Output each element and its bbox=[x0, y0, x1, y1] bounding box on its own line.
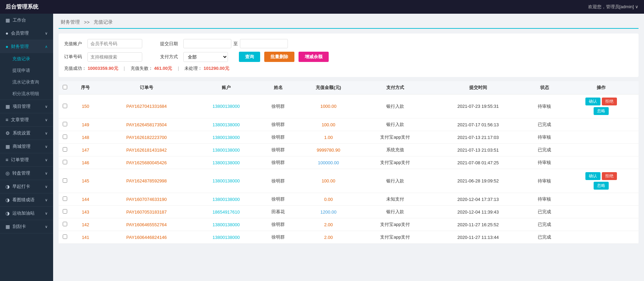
row-status: 待审核 bbox=[525, 169, 563, 193]
row-time: 2021-07-17 01:56:13 bbox=[431, 118, 526, 131]
row-status: 待审核 bbox=[525, 131, 563, 144]
row-payment: 银行入款 bbox=[360, 94, 431, 118]
sidebar-item-guessword[interactable]: ◑ 看图猜成语 ∨ bbox=[0, 193, 53, 206]
adjust-balance-button[interactable]: 增减余额 bbox=[299, 52, 329, 62]
sidebar-item-label: 会员管理 bbox=[11, 30, 29, 36]
row-name: 徐明群 bbox=[259, 193, 297, 206]
date-start-input[interactable] bbox=[183, 39, 231, 48]
payment-select[interactable]: 全部 银行入款 支付宝app支付 系统充值 未知支付 bbox=[183, 52, 228, 62]
order-icon: ≡ bbox=[5, 157, 8, 163]
sidebar-item-article[interactable]: ≡ 文章管理 ∨ bbox=[0, 113, 53, 126]
query-button[interactable]: 查询 bbox=[239, 52, 260, 62]
account-input[interactable] bbox=[87, 39, 142, 48]
sidebar-item-flow[interactable]: 流水记录查询 bbox=[0, 76, 53, 88]
sidebar-item-label: 系统设置 bbox=[13, 130, 31, 136]
sidebar-item-dashboard[interactable]: ▦ 工作台 bbox=[0, 14, 53, 27]
sidebar-item-withdraw[interactable]: 提现申请 bbox=[0, 65, 53, 76]
row-ops bbox=[563, 118, 639, 131]
row-checkbox[interactable] bbox=[59, 118, 71, 131]
row-checkbox[interactable] bbox=[59, 206, 71, 218]
reject-button[interactable]: 拒绝 bbox=[602, 172, 617, 180]
table-row: 146 PAY1625680045426 13800138000 徐明群 100… bbox=[59, 156, 639, 169]
row-status: 已完成 bbox=[525, 218, 563, 231]
chevron-down-icon: ∨ bbox=[45, 158, 48, 162]
account-label: 充值账户 bbox=[64, 41, 83, 47]
row-account: 13800138000 bbox=[193, 193, 259, 206]
breadcrumb: 财务管理 >> 充值记录 bbox=[59, 19, 639, 29]
sidebar-item-order[interactable]: ≡ 订单管理 ∨ bbox=[0, 153, 53, 166]
reject-button[interactable]: 拒绝 bbox=[602, 98, 617, 105]
col-status: 状态 bbox=[525, 81, 563, 94]
row-amount: 1200.00 bbox=[297, 206, 360, 218]
row-checkbox[interactable] bbox=[59, 94, 71, 118]
row-id: 146 bbox=[71, 156, 100, 169]
breadcrumb-parent[interactable]: 财务管理 bbox=[61, 19, 80, 25]
confirm-button[interactable]: 确认 bbox=[585, 98, 600, 105]
row-checkbox[interactable] bbox=[59, 193, 71, 206]
sidebar-item-label: 转盘管理 bbox=[12, 170, 30, 176]
row-order: PAY1607074633190 bbox=[100, 193, 193, 206]
row-checkbox[interactable] bbox=[59, 231, 71, 244]
success-value: 10003359.90元 bbox=[88, 66, 118, 71]
order-input[interactable] bbox=[87, 52, 142, 62]
chevron-down-icon: ∨ bbox=[45, 144, 48, 149]
date-label: 提交日期 bbox=[160, 41, 179, 47]
sidebar-item-scratch[interactable]: ▦ 刮刮卡 ∨ bbox=[0, 220, 53, 233]
batch-delete-button[interactable]: 批量删除 bbox=[264, 52, 294, 62]
sidebar-item-recharge[interactable]: 充值记录 bbox=[0, 53, 53, 65]
sep1: ｜ bbox=[122, 66, 126, 71]
sidebar-item-member[interactable]: ● 会员管理 ∨ bbox=[0, 27, 53, 40]
chevron-down-icon: ∨ bbox=[45, 104, 48, 109]
stats-row: 充值成功： 10003359.90元 ｜ 充值失败： 461.00元 ｜ 未处理… bbox=[64, 65, 633, 72]
row-checkbox[interactable] bbox=[59, 144, 71, 156]
sidebar-item-turntable[interactable]: ◎ 转盘管理 ∨ bbox=[0, 167, 53, 180]
col-account: 账户 bbox=[193, 81, 259, 94]
row-order: PAY1625680045426 bbox=[100, 156, 193, 169]
sidebar-item-label: 看图猜成语 bbox=[12, 197, 35, 203]
row-checkbox[interactable] bbox=[59, 156, 71, 169]
row-time: 2021-07-08 01:47:25 bbox=[431, 156, 526, 169]
row-id: 150 bbox=[71, 94, 100, 118]
sidebar-item-sportstation[interactable]: ◑ 运动加油站 ∨ bbox=[0, 207, 53, 220]
row-order: PAY1626458173504 bbox=[100, 118, 193, 131]
sidebar-item-points[interactable]: 积分流水明细 bbox=[0, 88, 53, 100]
table-row: 143 PAY1607053183187 18654917610 田慕花 120… bbox=[59, 206, 639, 218]
row-id: 148 bbox=[71, 131, 100, 144]
row-time: 2021-06-28 19:09:52 bbox=[431, 169, 526, 193]
col-time: 提交时间 bbox=[431, 81, 526, 94]
topbar-user[interactable]: 欢迎您，管理员[admin] ∨ bbox=[588, 4, 639, 10]
sidebar-item-shop[interactable]: ▦ 商城管理 ∨ bbox=[0, 140, 53, 153]
col-ops: 操作 bbox=[563, 81, 639, 94]
confirm-button[interactable]: 确认 bbox=[585, 172, 600, 180]
row-checkbox[interactable] bbox=[59, 131, 71, 144]
ignore-button[interactable]: 忽略 bbox=[594, 107, 609, 115]
sidebar-item-project[interactable]: ▦ 项目管理 ∨ bbox=[0, 100, 53, 113]
row-order: PAY1626181431842 bbox=[100, 144, 193, 156]
date-end-input[interactable] bbox=[240, 39, 288, 48]
row-name: 徐明群 bbox=[259, 118, 297, 131]
ignore-button[interactable]: 忽略 bbox=[594, 182, 609, 190]
row-payment: 支付宝app支付 bbox=[360, 218, 431, 231]
row-checkbox[interactable] bbox=[59, 218, 71, 231]
fail-value: 461.00元 bbox=[154, 66, 172, 71]
row-payment: 银行入款 bbox=[360, 118, 431, 131]
sidebar-item-checkin[interactable]: ◑ 早起打卡 ∨ bbox=[0, 180, 53, 193]
sidebar-item-settings[interactable]: ⚙ 系统设置 ∨ bbox=[0, 127, 53, 140]
chevron-down-icon: ∨ bbox=[45, 118, 48, 122]
row-checkbox[interactable] bbox=[59, 169, 71, 193]
sidebar-item-finance[interactable]: ● 财务管理 ∧ bbox=[0, 40, 53, 53]
row-name: 徐明群 bbox=[259, 144, 297, 156]
app-title: 后台管理系统 bbox=[5, 3, 38, 11]
chevron-down-icon: ∨ bbox=[45, 131, 48, 136]
row-name: 田慕花 bbox=[259, 206, 297, 218]
row-account: 13800138000 bbox=[193, 156, 259, 169]
table-row: 148 PAY1626182223700 13800138000 徐明群 1.0… bbox=[59, 131, 639, 144]
chevron-down-icon: ∨ bbox=[45, 198, 48, 202]
row-name: 徐明群 bbox=[259, 94, 297, 118]
select-all-checkbox[interactable] bbox=[63, 85, 67, 89]
row-order: PAY1607053183187 bbox=[100, 206, 193, 218]
payment-label: 支付方式 bbox=[160, 54, 179, 60]
sep2: ｜ bbox=[176, 66, 181, 71]
row-id: 147 bbox=[71, 144, 100, 156]
guessword-icon: ◑ bbox=[5, 197, 10, 203]
